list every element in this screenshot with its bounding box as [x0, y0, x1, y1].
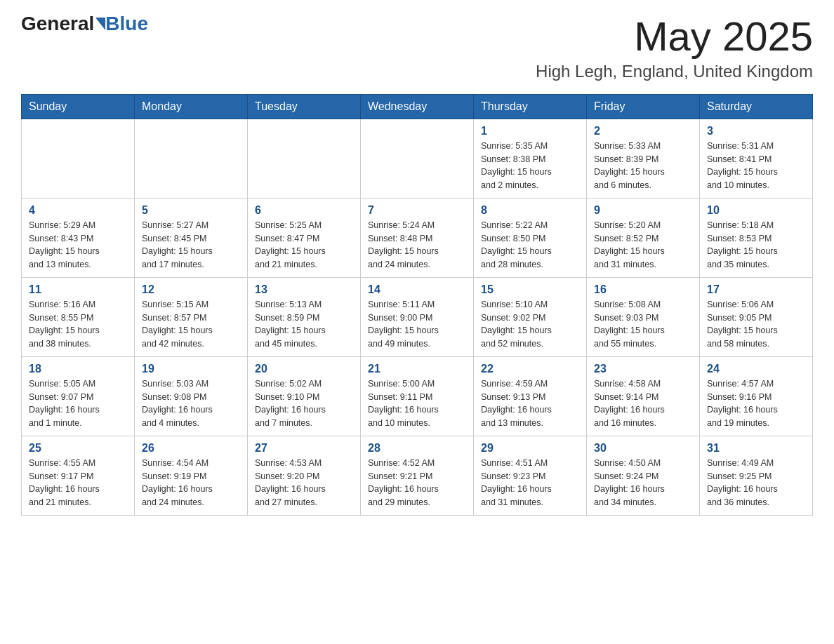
calendar-cell: 4Sunrise: 5:29 AM Sunset: 8:43 PM Daylig…: [22, 198, 135, 277]
location-title: High Legh, England, United Kingdom: [536, 62, 813, 81]
day-info: Sunrise: 5:10 AM Sunset: 9:02 PM Dayligh…: [481, 298, 579, 351]
calendar-cell: [22, 119, 135, 198]
calendar-cell: 14Sunrise: 5:11 AM Sunset: 9:00 PM Dayli…: [361, 277, 474, 356]
calendar-cell: 9Sunrise: 5:20 AM Sunset: 8:52 PM Daylig…: [587, 198, 700, 277]
day-info: Sunrise: 5:03 AM Sunset: 9:08 PM Dayligh…: [142, 377, 240, 430]
calendar-header-wednesday: Wednesday: [361, 94, 474, 119]
calendar-header-row: SundayMondayTuesdayWednesdayThursdayFrid…: [22, 94, 813, 119]
day-info: Sunrise: 5:00 AM Sunset: 9:11 PM Dayligh…: [368, 377, 466, 430]
day-number: 8: [481, 204, 579, 217]
calendar-header-tuesday: Tuesday: [248, 94, 361, 119]
calendar-cell: 7Sunrise: 5:24 AM Sunset: 8:48 PM Daylig…: [361, 198, 474, 277]
calendar-cell: 22Sunrise: 4:59 AM Sunset: 9:13 PM Dayli…: [474, 356, 587, 436]
day-info: Sunrise: 5:27 AM Sunset: 8:45 PM Dayligh…: [142, 219, 240, 271]
calendar-header-thursday: Thursday: [474, 94, 587, 119]
calendar-cell: 26Sunrise: 4:54 AM Sunset: 9:19 PM Dayli…: [135, 436, 248, 515]
calendar-cell: 2Sunrise: 5:33 AM Sunset: 8:39 PM Daylig…: [587, 119, 700, 198]
day-info: Sunrise: 4:57 AM Sunset: 9:16 PM Dayligh…: [707, 377, 805, 430]
day-number: 11: [29, 283, 127, 296]
day-number: 4: [29, 204, 127, 217]
calendar-header-sunday: Sunday: [22, 94, 135, 119]
day-number: 18: [29, 363, 127, 375]
day-number: 30: [594, 442, 692, 455]
day-info: Sunrise: 5:15 AM Sunset: 8:57 PM Dayligh…: [142, 298, 240, 351]
calendar-cell: 24Sunrise: 4:57 AM Sunset: 9:16 PM Dayli…: [700, 356, 813, 436]
calendar-cell: 5Sunrise: 5:27 AM Sunset: 8:45 PM Daylig…: [135, 198, 248, 277]
calendar-header-friday: Friday: [587, 94, 700, 119]
day-number: 10: [707, 204, 805, 217]
day-info: Sunrise: 4:55 AM Sunset: 9:17 PM Dayligh…: [29, 457, 127, 509]
day-number: 22: [481, 363, 579, 375]
day-info: Sunrise: 5:11 AM Sunset: 9:00 PM Dayligh…: [368, 298, 466, 351]
calendar-cell: 23Sunrise: 4:58 AM Sunset: 9:14 PM Dayli…: [587, 356, 700, 436]
day-info: Sunrise: 4:50 AM Sunset: 9:24 PM Dayligh…: [594, 457, 692, 509]
day-info: Sunrise: 5:33 AM Sunset: 8:39 PM Dayligh…: [594, 140, 692, 192]
page-header: General Blue May 2025 High Legh, England…: [21, 14, 813, 81]
day-number: 20: [255, 363, 353, 375]
day-info: Sunrise: 5:20 AM Sunset: 8:52 PM Dayligh…: [594, 219, 692, 271]
day-number: 27: [255, 442, 353, 455]
day-info: Sunrise: 4:49 AM Sunset: 9:25 PM Dayligh…: [707, 457, 805, 509]
day-info: Sunrise: 4:53 AM Sunset: 9:20 PM Dayligh…: [255, 457, 353, 509]
calendar-cell: 8Sunrise: 5:22 AM Sunset: 8:50 PM Daylig…: [474, 198, 587, 277]
day-number: 26: [142, 442, 240, 455]
day-info: Sunrise: 4:59 AM Sunset: 9:13 PM Dayligh…: [481, 377, 579, 430]
day-number: 7: [368, 204, 466, 217]
day-info: Sunrise: 5:35 AM Sunset: 8:38 PM Dayligh…: [481, 140, 579, 192]
calendar-cell: [135, 119, 248, 198]
day-number: 31: [707, 442, 805, 455]
day-number: 2: [594, 125, 692, 137]
day-info: Sunrise: 4:51 AM Sunset: 9:23 PM Dayligh…: [481, 457, 579, 509]
day-number: 23: [594, 363, 692, 375]
day-info: Sunrise: 5:29 AM Sunset: 8:43 PM Dayligh…: [29, 219, 127, 271]
day-info: Sunrise: 5:18 AM Sunset: 8:53 PM Dayligh…: [707, 219, 805, 271]
calendar-cell: 28Sunrise: 4:52 AM Sunset: 9:21 PM Dayli…: [361, 436, 474, 515]
day-info: Sunrise: 5:02 AM Sunset: 9:10 PM Dayligh…: [255, 377, 353, 430]
calendar-cell: [248, 119, 361, 198]
day-number: 21: [368, 363, 466, 375]
calendar-cell: 3Sunrise: 5:31 AM Sunset: 8:41 PM Daylig…: [700, 119, 813, 198]
day-number: 24: [707, 363, 805, 375]
day-number: 15: [481, 283, 579, 296]
calendar-week-row: 25Sunrise: 4:55 AM Sunset: 9:17 PM Dayli…: [22, 436, 813, 515]
calendar-cell: 29Sunrise: 4:51 AM Sunset: 9:23 PM Dayli…: [474, 436, 587, 515]
day-info: Sunrise: 5:16 AM Sunset: 8:55 PM Dayligh…: [29, 298, 127, 351]
day-number: 28: [368, 442, 466, 455]
calendar-cell: 15Sunrise: 5:10 AM Sunset: 9:02 PM Dayli…: [474, 277, 587, 356]
day-info: Sunrise: 5:31 AM Sunset: 8:41 PM Dayligh…: [707, 140, 805, 192]
day-number: 12: [142, 283, 240, 296]
calendar-table: SundayMondayTuesdayWednesdayThursdayFrid…: [21, 94, 813, 516]
day-number: 16: [594, 283, 692, 296]
day-info: Sunrise: 5:06 AM Sunset: 9:05 PM Dayligh…: [707, 298, 805, 351]
calendar-cell: 10Sunrise: 5:18 AM Sunset: 8:53 PM Dayli…: [700, 198, 813, 277]
calendar-cell: 16Sunrise: 5:08 AM Sunset: 9:03 PM Dayli…: [587, 277, 700, 356]
calendar-cell: 30Sunrise: 4:50 AM Sunset: 9:24 PM Dayli…: [587, 436, 700, 515]
calendar-cell: 20Sunrise: 5:02 AM Sunset: 9:10 PM Dayli…: [248, 356, 361, 436]
calendar-cell: 13Sunrise: 5:13 AM Sunset: 8:59 PM Dayli…: [248, 277, 361, 356]
day-number: 13: [255, 283, 353, 296]
calendar-cell: 25Sunrise: 4:55 AM Sunset: 9:17 PM Dayli…: [22, 436, 135, 515]
day-info: Sunrise: 4:58 AM Sunset: 9:14 PM Dayligh…: [594, 377, 692, 430]
day-number: 25: [29, 442, 127, 455]
title-area: May 2025 High Legh, England, United King…: [536, 14, 813, 81]
day-info: Sunrise: 4:52 AM Sunset: 9:21 PM Dayligh…: [368, 457, 466, 509]
calendar-cell: 1Sunrise: 5:35 AM Sunset: 8:38 PM Daylig…: [474, 119, 587, 198]
day-number: 17: [707, 283, 805, 296]
day-number: 9: [594, 204, 692, 217]
logo-blue-box: Blue: [94, 14, 148, 34]
logo: General Blue: [21, 14, 148, 34]
calendar-cell: 21Sunrise: 5:00 AM Sunset: 9:11 PM Dayli…: [361, 356, 474, 436]
calendar-week-row: 4Sunrise: 5:29 AM Sunset: 8:43 PM Daylig…: [22, 198, 813, 277]
calendar-week-row: 11Sunrise: 5:16 AM Sunset: 8:55 PM Dayli…: [22, 277, 813, 356]
calendar-week-row: 18Sunrise: 5:05 AM Sunset: 9:07 PM Dayli…: [22, 356, 813, 436]
logo-triangle-icon: [95, 18, 105, 30]
day-number: 29: [481, 442, 579, 455]
calendar-cell: 6Sunrise: 5:25 AM Sunset: 8:47 PM Daylig…: [248, 198, 361, 277]
month-title: May 2025: [536, 14, 813, 59]
calendar-week-row: 1Sunrise: 5:35 AM Sunset: 8:38 PM Daylig…: [22, 119, 813, 198]
calendar-cell: 11Sunrise: 5:16 AM Sunset: 8:55 PM Dayli…: [22, 277, 135, 356]
day-info: Sunrise: 4:54 AM Sunset: 9:19 PM Dayligh…: [142, 457, 240, 509]
logo-blue-text: Blue: [105, 14, 148, 34]
day-number: 19: [142, 363, 240, 375]
day-info: Sunrise: 5:05 AM Sunset: 9:07 PM Dayligh…: [29, 377, 127, 430]
